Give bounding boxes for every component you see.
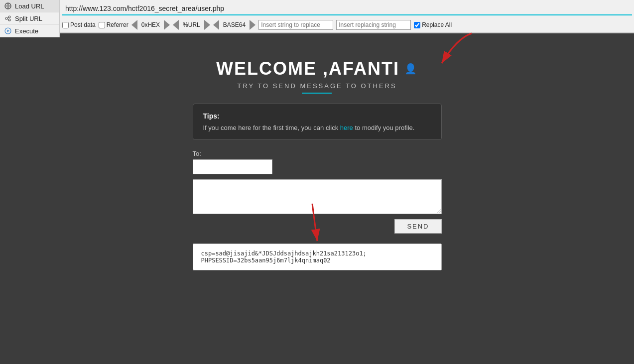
welcome-title: WELCOME ,AFANTI 👤	[216, 58, 418, 79]
to-label: To:	[193, 150, 442, 157]
form-section: To: SEND csp=sad@jisajid&*	[193, 150, 442, 270]
tips-box: Tips: If you come here for the first tim…	[193, 104, 442, 140]
url-label: %URL	[182, 21, 201, 28]
base64-label: BASE64	[222, 21, 247, 28]
main-content: WELCOME ,AFANTI 👤 TRY TO SEND MESSAGE TO…	[0, 33, 634, 363]
replace-all-label[interactable]: Replace All	[414, 21, 452, 28]
sidebar-item-split-url[interactable]: Split URL	[0, 12, 59, 25]
svg-point-3	[8, 16, 10, 18]
subtitle-underline	[302, 93, 332, 94]
base64-left-arrow[interactable]	[213, 20, 219, 30]
hex-right-arrow[interactable]	[164, 20, 170, 30]
cookie-container: csp=sad@jisajid&*JDSJddsajhdsajkh21sa213…	[193, 243, 442, 270]
referrer-checkbox-label[interactable]: Referrer	[99, 21, 128, 28]
sidebar-item-execute[interactable]: Execute	[0, 25, 59, 37]
post-data-checkbox-label[interactable]: Post data	[62, 21, 96, 28]
red-arrow-annotation-1	[422, 28, 482, 78]
tips-here-link[interactable]: here	[340, 124, 353, 131]
sidebar-item-load-url[interactable]: Load URL	[0, 0, 59, 12]
svg-point-4	[8, 19, 10, 21]
url-encode-arrow[interactable]	[204, 20, 210, 30]
to-input[interactable]	[193, 159, 272, 174]
red-arrow-annotation-2	[297, 199, 337, 248]
url-decode-arrow[interactable]	[173, 20, 179, 30]
globe-icon	[4, 2, 12, 10]
insert-replacing-input[interactable]	[336, 20, 411, 30]
insert-string-input[interactable]	[258, 20, 333, 30]
options-row: Post data Referrer 0xHEX %URL BASE64	[0, 17, 634, 32]
base64-encode-arrow[interactable]	[250, 20, 255, 30]
load-url-label: Load URL	[15, 2, 44, 10]
top-toolbar: Load URL Split URL	[0, 0, 634, 33]
replace-all-checkbox[interactable]	[414, 22, 420, 28]
send-button[interactable]: SEND	[394, 219, 441, 234]
url-left-arrow[interactable]	[173, 20, 179, 30]
svg-line-6	[7, 19, 8, 20]
url-row	[0, 0, 634, 17]
tips-title: Tips:	[203, 112, 431, 120]
split-url-label: Split URL	[15, 15, 42, 22]
sidebar: Load URL Split URL	[0, 0, 60, 37]
base64-right-arrow[interactable]	[250, 20, 255, 30]
referrer-checkbox[interactable]	[99, 22, 105, 28]
content-wrapper: WELCOME ,AFANTI 👤 TRY TO SEND MESSAGE TO…	[193, 33, 442, 270]
post-data-checkbox[interactable]	[62, 22, 69, 28]
user-icon: 👤	[404, 63, 418, 75]
svg-point-2	[5, 17, 7, 19]
base64-decode-arrow[interactable]	[213, 20, 219, 30]
play-icon	[4, 27, 12, 35]
tips-content: If you come here for the first time, you…	[203, 124, 431, 131]
url-right-arrow[interactable]	[204, 20, 210, 30]
hex-decode-arrow[interactable]	[131, 20, 137, 30]
welcome-section: WELCOME ,AFANTI 👤 TRY TO SEND MESSAGE TO…	[216, 58, 418, 94]
execute-label: Execute	[15, 27, 38, 35]
split-icon	[4, 14, 12, 22]
svg-marker-8	[7, 30, 10, 32]
hex-left-arrow[interactable]	[131, 20, 137, 30]
welcome-subtitle: TRY TO SEND MESSAGE TO OTHERS	[216, 82, 418, 90]
hex-label: 0xHEX	[140, 21, 161, 28]
url-input[interactable]	[62, 2, 632, 15]
svg-line-5	[7, 17, 8, 18]
hex-encode-arrow[interactable]	[164, 20, 170, 30]
